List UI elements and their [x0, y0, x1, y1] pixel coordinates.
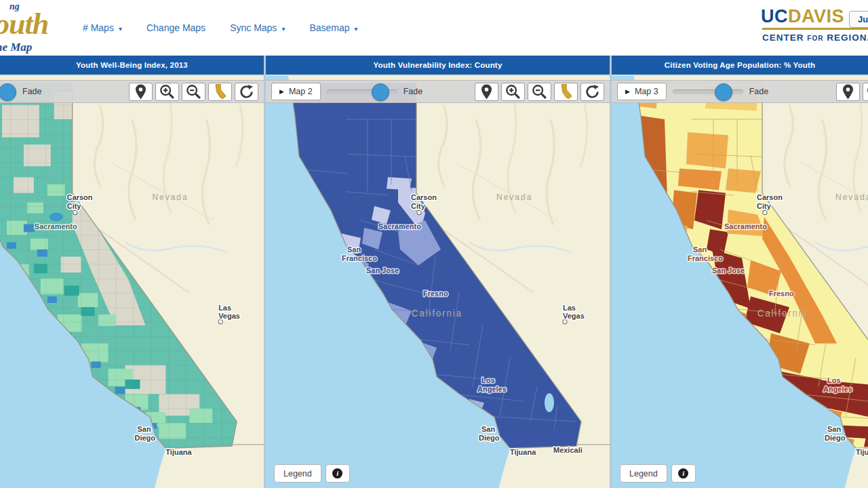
legend-button[interactable]: Legend — [620, 464, 667, 483]
zoom-in-button[interactable] — [501, 83, 525, 101]
zoom-in-icon — [502, 83, 524, 100]
app-root: { "header": { "logo": { "top_fragment": … — [0, 0, 868, 488]
svg-text:San: San — [693, 245, 707, 253]
locate-pin-button[interactable] — [129, 83, 153, 101]
map3-toolbar: ▶ Map 3 Fade — [612, 80, 868, 103]
zoom-in-button[interactable] — [863, 83, 868, 101]
map-panel-1: Youth Well-Being Index, 2013 — [0, 56, 264, 488]
map1-toolbar: Fade — [0, 80, 264, 103]
locate-pin-button[interactable] — [836, 83, 860, 101]
svg-text:Los: Los — [481, 376, 495, 384]
svg-text:Tijuana: Tijuana — [165, 448, 192, 456]
map2-title-bar: Youth Vulnerability Index: County — [266, 56, 610, 75]
svg-text:Los: Los — [827, 376, 841, 384]
map2-toggle-label: Map 2 — [289, 87, 313, 96]
zoom-out-icon — [182, 83, 205, 100]
putting-youth-on-the-map-logo: ng outh he Map — [0, 1, 75, 56]
map3-title: Citizen Voting Age Population: % Youth — [665, 61, 815, 69]
map3-title-bar: Citizen Voting Age Population: % Youth — [612, 56, 868, 75]
svg-text:Mexicali: Mexicali — [553, 445, 583, 453]
nav-sync-maps[interactable]: Sync Maps▾ — [230, 22, 285, 33]
svg-text:Las: Las — [563, 303, 576, 311]
map3-fade-slider[interactable] — [673, 83, 743, 100]
uc-text: UC — [761, 6, 788, 26]
svg-text:San Jose: San Jose — [712, 266, 745, 274]
zoom-out-button[interactable] — [528, 83, 551, 101]
locate-pin-button[interactable] — [475, 83, 498, 101]
play-icon: ▶ — [625, 88, 630, 95]
map3-canvas[interactable]: Carson City Nevada Sacramento San Franci… — [612, 75, 868, 488]
svg-text:Diego: Diego — [134, 433, 155, 441]
svg-text:Fresno: Fresno — [769, 289, 794, 298]
zoom-in-icon — [863, 83, 868, 100]
fade-label: Fade — [22, 87, 42, 96]
map1-tool-buttons — [129, 83, 258, 101]
map1-canvas[interactable]: Carson City Nevada Las Vegas Sacramento … — [0, 75, 264, 488]
california-extent-button[interactable] — [208, 83, 232, 101]
slider-thumb[interactable] — [715, 83, 732, 101]
map2-tool-buttons — [475, 83, 604, 101]
logo-fragment-bottom: he Map — [0, 41, 32, 54]
map2-title: Youth Vulnerability Index: County — [374, 61, 502, 69]
refresh-icon — [235, 83, 258, 100]
nav-basemap[interactable]: Basemap▾ — [309, 22, 357, 33]
refresh-icon — [581, 83, 604, 100]
nav-num-maps[interactable]: # Maps▾ — [83, 22, 122, 33]
zoom-out-button[interactable] — [182, 83, 205, 101]
map3-legend-row: Legend i — [620, 464, 696, 483]
refresh-button[interactable] — [580, 83, 604, 101]
slider-thumb[interactable] — [0, 83, 16, 101]
map2-toggle-button[interactable]: ▶ Map 2 — [271, 83, 321, 100]
play-icon: ▶ — [279, 88, 284, 95]
svg-text:California: California — [757, 308, 808, 319]
nav-change-maps[interactable]: Change Maps — [146, 22, 205, 33]
jump-button[interactable]: Ju — [849, 11, 868, 28]
map-panel-2: Youth Vulnerability Index: County — [266, 56, 610, 488]
california-icon — [555, 83, 577, 100]
slider-track — [673, 89, 743, 94]
svg-text:Las: Las — [218, 303, 231, 311]
svg-text:City: City — [411, 202, 425, 210]
caret-down-icon: ▾ — [355, 25, 358, 33]
map3-toggle-button[interactable]: ▶ Map 3 — [617, 83, 667, 100]
caret-down-icon: ▾ — [119, 25, 122, 33]
zoom-in-button[interactable] — [155, 83, 179, 101]
pin-icon — [837, 83, 859, 100]
map1-title: Youth Well-Being Index, 2013 — [76, 61, 188, 69]
svg-text:San: San — [347, 245, 361, 253]
legend-button[interactable]: Legend — [274, 464, 321, 483]
svg-text:San: San — [827, 424, 841, 432]
map1-title-bar: Youth Well-Being Index, 2013 — [0, 56, 264, 75]
info-icon: i — [332, 468, 342, 479]
svg-text:Carson: Carson — [411, 193, 437, 201]
svg-text:Vegas: Vegas — [563, 312, 585, 320]
gold-rule — [762, 28, 868, 30]
svg-text:Angeles: Angeles — [823, 385, 852, 393]
svg-text:Carson: Carson — [67, 193, 93, 201]
fade-label: Fade — [403, 87, 423, 96]
map3-svg[interactable]: Carson City Nevada Sacramento San Franci… — [612, 76, 868, 488]
svg-text:Diego: Diego — [825, 433, 846, 441]
refresh-button[interactable] — [235, 83, 258, 101]
info-icon: i — [678, 468, 688, 479]
logo-fragment-main: outh — [0, 7, 48, 41]
info-button[interactable]: i — [671, 464, 696, 483]
map1-svg[interactable]: Carson City Nevada Las Vegas Sacramento … — [0, 76, 264, 488]
map2-fade-slider[interactable] — [327, 83, 397, 100]
pin-icon — [475, 83, 498, 100]
svg-text:Nevada: Nevada — [152, 192, 188, 202]
svg-text:Sacramento: Sacramento — [378, 222, 421, 230]
slider-thumb[interactable] — [372, 83, 389, 101]
california-extent-button[interactable] — [554, 83, 578, 101]
svg-text:Sacramento: Sacramento — [724, 222, 767, 230]
svg-text:California: California — [412, 308, 462, 319]
map2-toolbar: ▶ Map 2 Fade — [266, 80, 610, 103]
info-button[interactable]: i — [326, 464, 350, 483]
fade-label: Fade — [749, 87, 769, 96]
svg-text:Tijuana: Tijuana — [856, 448, 868, 456]
map2-canvas[interactable]: Carson City Nevada Las Vegas Sacramento … — [266, 75, 610, 488]
map2-svg[interactable]: Carson City Nevada Las Vegas Sacramento … — [266, 76, 610, 488]
svg-text:Fresno: Fresno — [423, 289, 448, 298]
davis-text: DAVIS — [788, 6, 844, 26]
map1-fade-slider[interactable] — [0, 83, 16, 100]
